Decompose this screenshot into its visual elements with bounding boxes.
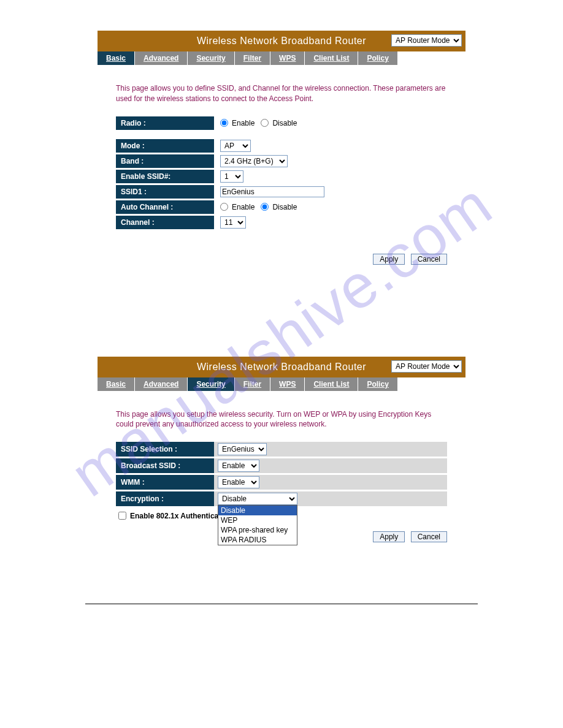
security-description: This page allows you setup the wireless … bbox=[116, 409, 447, 430]
channel-select[interactable]: 11 bbox=[220, 216, 246, 229]
broadcast-ssid-select[interactable]: Enable bbox=[218, 460, 259, 472]
enable-8021x-label: Enable 802.1x Authentication bbox=[130, 512, 232, 520]
tab-client-list-2[interactable]: Client List bbox=[305, 377, 358, 391]
auto-channel-disable-radio[interactable] bbox=[261, 203, 269, 211]
tab-advanced[interactable]: Advanced bbox=[135, 51, 188, 65]
tab-basic-2[interactable]: Basic bbox=[98, 377, 135, 391]
band-select[interactable]: 2.4 GHz (B+G) bbox=[220, 155, 288, 167]
encryption-label: Encryption : bbox=[116, 491, 214, 506]
ssid1-label: SSID1 : bbox=[116, 185, 214, 199]
apply-button-2[interactable]: Apply bbox=[373, 531, 405, 542]
tab-policy-2[interactable]: Policy bbox=[358, 377, 397, 391]
band-label: Band : bbox=[116, 154, 214, 168]
tab-security[interactable]: Security bbox=[188, 51, 234, 65]
basic-description: This page allows you to define SSID, and… bbox=[116, 83, 447, 104]
radio-enable-text: Enable bbox=[232, 119, 255, 127]
encryption-option-disable[interactable]: Disable bbox=[218, 506, 297, 515]
enable-ssid-select[interactable]: 1 bbox=[220, 170, 243, 183]
encryption-select[interactable]: Disable bbox=[218, 493, 297, 505]
wmm-label: WMM : bbox=[116, 475, 214, 490]
mode-select[interactable]: AP bbox=[220, 140, 251, 152]
tab-security-2[interactable]: Security bbox=[188, 377, 234, 391]
enable-ssid-label: Enable SSID#: bbox=[116, 170, 214, 183]
radio-disable-radio[interactable] bbox=[261, 119, 269, 127]
tab-client-list[interactable]: Client List bbox=[305, 51, 358, 65]
mode-label: Mode : bbox=[116, 139, 214, 153]
cancel-button[interactable]: Cancel bbox=[411, 254, 447, 265]
auto-channel-enable-text: Enable bbox=[232, 203, 255, 211]
broadcast-ssid-label: Broadcast SSID : bbox=[116, 458, 214, 473]
encryption-option-wpa-psk[interactable]: WPA pre-shared key bbox=[218, 525, 297, 535]
tab-bar-2: Basic Advanced Security Filter WPS Clien… bbox=[98, 377, 465, 391]
auto-channel-label: Auto Channel : bbox=[116, 200, 214, 214]
channel-label: Channel : bbox=[116, 216, 214, 229]
wmm-select[interactable]: Enable bbox=[218, 476, 259, 488]
encryption-option-wep[interactable]: WEP bbox=[218, 515, 297, 525]
apply-button[interactable]: Apply bbox=[373, 254, 405, 265]
radio-enable-radio[interactable] bbox=[220, 119, 228, 127]
encryption-dropdown-open: Disable WEP WPA pre-shared key WPA RADIU… bbox=[218, 505, 297, 545]
basic-button-row: Apply Cancel bbox=[116, 254, 447, 265]
radio-disable-text: Disable bbox=[272, 119, 297, 127]
auto-channel-enable-radio[interactable] bbox=[220, 203, 228, 211]
router-security-panel: Wireless Network Broadband Router AP Rou… bbox=[98, 357, 465, 543]
tab-advanced-2[interactable]: Advanced bbox=[135, 377, 188, 391]
ssid1-input[interactable] bbox=[220, 186, 324, 197]
ssid-selection-select[interactable]: EnGenius bbox=[218, 443, 267, 455]
router-mode-select[interactable]: AP Router Mode bbox=[391, 34, 462, 47]
basic-settings: Radio : Enable Disable Mode : AP Band : … bbox=[116, 116, 447, 229]
tab-policy[interactable]: Policy bbox=[358, 51, 397, 65]
ssid-selection-label: SSID Selection : bbox=[116, 442, 214, 457]
router-basic-panel: Wireless Network Broadband Router AP Rou… bbox=[98, 31, 465, 265]
auto-channel-disable-text: Disable bbox=[272, 203, 297, 211]
router-mode-select-2[interactable]: AP Router Mode bbox=[391, 360, 462, 373]
page-title: Wireless Network Broadband Router bbox=[197, 36, 366, 47]
tab-basic[interactable]: Basic bbox=[98, 51, 135, 65]
tab-wps-2[interactable]: WPS bbox=[270, 377, 305, 391]
tab-filter-2[interactable]: Filter bbox=[235, 377, 270, 391]
tab-wps[interactable]: WPS bbox=[270, 51, 305, 65]
header-bar-2: Wireless Network Broadband Router AP Rou… bbox=[98, 357, 465, 377]
tab-bar: Basic Advanced Security Filter WPS Clien… bbox=[98, 51, 465, 65]
header-bar: Wireless Network Broadband Router AP Rou… bbox=[98, 31, 465, 51]
tab-filter[interactable]: Filter bbox=[235, 51, 270, 65]
radio-label: Radio : bbox=[116, 116, 214, 130]
enable-8021x-checkbox[interactable] bbox=[118, 512, 126, 520]
page-title-2: Wireless Network Broadband Router bbox=[197, 362, 366, 373]
security-settings: SSID Selection : EnGenius Broadcast SSID… bbox=[116, 442, 447, 506]
cancel-button-2[interactable]: Cancel bbox=[411, 531, 447, 542]
footer-divider bbox=[85, 604, 478, 604]
encryption-option-wpa-radius[interactable]: WPA RADIUS bbox=[218, 535, 297, 545]
